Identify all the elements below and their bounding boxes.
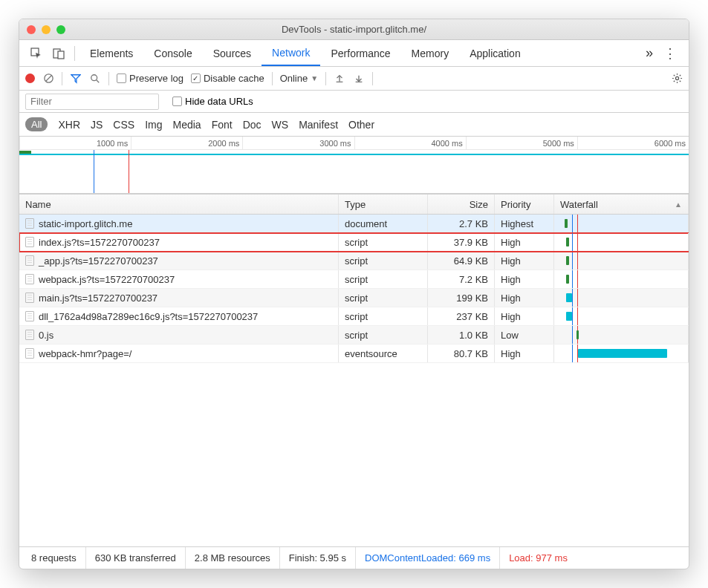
tab-network[interactable]: Network	[262, 40, 320, 66]
status-transferred: 630 KB transferred	[86, 547, 186, 569]
separator	[74, 46, 75, 61]
status-requests: 8 requests	[22, 547, 86, 569]
cell-priority: High	[495, 270, 554, 288]
kebab-menu-icon[interactable]: ⋮	[657, 45, 683, 62]
hide-data-urls-checkbox[interactable]: Hide data URLs	[172, 96, 253, 107]
tab-memory[interactable]: Memory	[401, 40, 460, 66]
table-row[interactable]: _app.js?ts=1572270700237script64.9 KBHig…	[19, 252, 689, 270]
more-tabs-button[interactable]: »	[641, 45, 657, 61]
filter-font[interactable]: Font	[212, 119, 233, 131]
cell-waterfall	[554, 233, 689, 251]
filter-doc[interactable]: Doc	[243, 119, 262, 131]
filter-icon[interactable]	[70, 73, 82, 85]
type-filter-bar: All XHR JS CSS Img Media Font Doc WS Man…	[19, 113, 689, 137]
file-icon	[25, 311, 34, 321]
tab-console[interactable]: Console	[143, 40, 202, 66]
request-name: main.js?ts=1572270700237	[39, 293, 157, 304]
cell-size: 1.0 KB	[428, 326, 495, 344]
cell-type: script	[339, 326, 428, 344]
disable-cache-checkbox[interactable]: Disable cache	[191, 73, 264, 84]
cell-type: script	[339, 270, 428, 288]
cell-type: script	[339, 307, 428, 325]
waterfall-bar	[566, 293, 572, 302]
cell-waterfall	[554, 252, 689, 270]
download-har-icon[interactable]	[353, 73, 365, 85]
filter-input[interactable]	[25, 94, 159, 110]
clear-icon[interactable]	[42, 73, 54, 85]
separator	[272, 72, 273, 85]
timeline-ticks: 1000 ms 2000 ms 3000 ms 4000 ms 5000 ms …	[19, 137, 689, 150]
table-row[interactable]: webpack.js?ts=1572270700237script7.2 KBH…	[19, 270, 689, 289]
filter-js[interactable]: JS	[91, 119, 103, 131]
waterfall-bar	[566, 256, 569, 265]
cell-priority: High	[495, 233, 554, 251]
cell-waterfall	[554, 289, 689, 307]
table-row[interactable]: dll_1762a4d98a7289ec16c9.js?ts=157227070…	[19, 307, 689, 326]
col-type[interactable]: Type	[339, 195, 428, 214]
waterfall-bar	[577, 330, 579, 339]
sort-arrow-icon: ▲	[675, 200, 682, 209]
filter-media[interactable]: Media	[173, 119, 201, 131]
separator	[325, 72, 326, 85]
upload-har-icon[interactable]	[334, 73, 345, 85]
cell-name: webpack.js?ts=1572270700237	[19, 270, 339, 288]
svg-point-7	[675, 76, 678, 79]
record-button[interactable]	[25, 74, 35, 83]
inspect-icon[interactable]	[30, 47, 43, 60]
cell-priority: Highest	[495, 215, 554, 232]
search-icon[interactable]	[89, 73, 101, 85]
tab-sources[interactable]: Sources	[203, 40, 262, 66]
svg-rect-2	[58, 51, 64, 59]
close-window-button[interactable]	[27, 25, 36, 34]
table-row[interactable]: 0.jsscript1.0 KBLow	[19, 326, 689, 344]
tab-performance[interactable]: Performance	[320, 40, 400, 66]
waterfall-bar	[565, 219, 568, 228]
cell-size: 37.9 KB	[428, 233, 495, 251]
filter-ws[interactable]: WS	[272, 119, 289, 131]
table-row[interactable]: static-import.glitch.medocument2.7 KBHig…	[19, 215, 689, 233]
preserve-log-checkbox[interactable]: Preserve log	[117, 73, 184, 84]
filter-manifest[interactable]: Manifest	[299, 119, 338, 131]
minimize-window-button[interactable]	[42, 25, 51, 34]
separator	[372, 72, 373, 85]
svg-line-6	[97, 79, 100, 82]
waterfall-bar	[566, 275, 569, 284]
maximize-window-button[interactable]	[56, 25, 65, 34]
file-icon	[25, 274, 34, 284]
throttling-select[interactable]: Online ▼	[280, 73, 318, 84]
col-waterfall[interactable]: Waterfall▲	[554, 195, 689, 214]
filter-other[interactable]: Other	[348, 119, 374, 131]
col-name[interactable]: Name	[19, 195, 339, 214]
cell-name: static-import.glitch.me	[19, 215, 339, 232]
filter-xhr[interactable]: XHR	[58, 119, 80, 131]
settings-gear-icon[interactable]	[672, 73, 683, 84]
col-size[interactable]: Size	[428, 195, 495, 214]
filter-img[interactable]: Img	[145, 119, 162, 131]
table-row[interactable]: webpack-hmr?page=/eventsource80.7 KBHigh	[19, 344, 689, 363]
tab-application[interactable]: Application	[459, 40, 531, 66]
waterfall-bar	[578, 349, 667, 358]
separator	[62, 72, 62, 85]
tick: 6000 ms	[577, 137, 689, 149]
overview-timeline[interactable]: 1000 ms 2000 ms 3000 ms 4000 ms 5000 ms …	[19, 137, 689, 194]
cell-name: index.js?ts=1572270700237	[19, 233, 339, 251]
table-row[interactable]: main.js?ts=1572270700237script199 KBHigh	[19, 289, 689, 307]
window-title: DevTools - static-import.glitch.me/	[19, 24, 689, 35]
request-name: 0.js	[39, 330, 53, 341]
cell-waterfall	[554, 215, 689, 232]
tab-elements[interactable]: Elements	[79, 40, 143, 66]
cell-name: 0.js	[19, 326, 339, 344]
cell-size: 237 KB	[428, 307, 495, 325]
cell-size: 199 KB	[428, 289, 495, 307]
cell-type: script	[339, 252, 428, 270]
col-priority[interactable]: Priority	[495, 195, 554, 214]
device-toggle-icon[interactable]	[52, 47, 65, 60]
cell-priority: High	[495, 289, 554, 307]
waterfall-bar	[566, 238, 569, 246]
filter-css[interactable]: CSS	[113, 119, 134, 131]
filter-all[interactable]: All	[25, 117, 48, 131]
table-row[interactable]: index.js?ts=1572270700237script37.9 KBHi…	[19, 233, 689, 252]
cell-priority: High	[495, 307, 554, 325]
table-spacer	[19, 363, 689, 546]
waterfall-bar	[566, 312, 572, 321]
